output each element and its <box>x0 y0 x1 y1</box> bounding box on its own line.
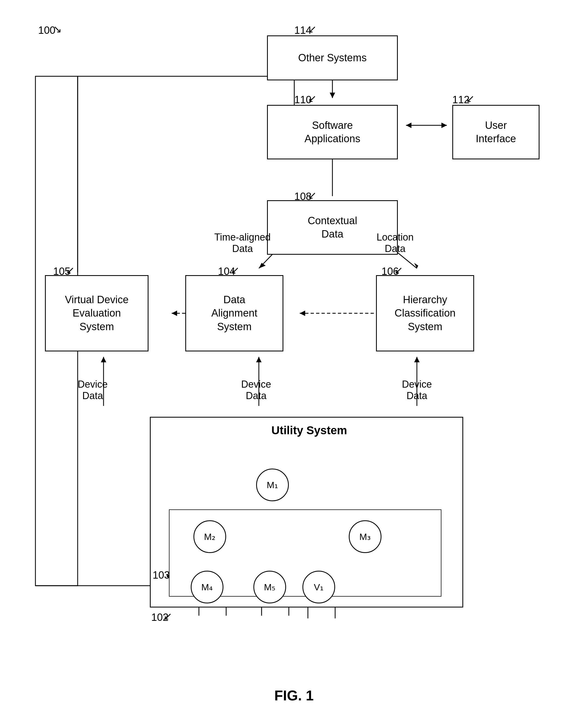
svg-marker-10 <box>259 263 266 268</box>
diagram-number-100: 100 <box>38 24 55 36</box>
svg-marker-5 <box>406 123 412 128</box>
virtual-device-box: Virtual DeviceEvaluationSystem <box>45 275 148 352</box>
hierarchy-classification-box: HierarchyClassificationSystem <box>376 275 474 352</box>
svg-marker-12 <box>414 263 418 268</box>
arrow-110: ↙ <box>308 92 317 105</box>
figure-label: FIG. 1 <box>274 687 314 704</box>
svg-marker-16 <box>300 311 305 316</box>
location-data-label: LocationData <box>365 232 425 254</box>
meter-m2: M₂ <box>193 520 226 553</box>
software-applications-box: SoftwareApplications <box>267 105 398 160</box>
device-data-right-label: DeviceData <box>390 379 444 402</box>
time-aligned-label: Time-alignedData <box>212 232 272 254</box>
svg-marker-27 <box>414 357 420 362</box>
meter-m1: M₁ <box>256 469 289 501</box>
meter-m3: M₃ <box>349 520 381 553</box>
data-alignment-box: DataAlignmentSystem <box>185 275 284 352</box>
arrow-112: ↙ <box>466 92 475 105</box>
arrow-105: ↙ <box>66 264 75 276</box>
arrow-100: ↘ <box>53 23 62 35</box>
meter-v1: V₁ <box>302 571 335 603</box>
arrow-102: ↙ <box>164 610 172 622</box>
meter-m5: M₅ <box>253 571 286 603</box>
arrow-114: ↙ <box>308 23 317 35</box>
arrow-108: ↙ <box>308 189 317 201</box>
svg-marker-14 <box>172 311 177 316</box>
device-data-left-label: DeviceData <box>65 379 120 402</box>
svg-marker-3 <box>330 92 335 98</box>
arrow-104: ↙ <box>231 264 239 276</box>
arrow-106: ↙ <box>394 264 403 276</box>
svg-marker-23 <box>101 357 106 362</box>
svg-marker-25 <box>256 357 261 362</box>
other-systems-box: Other Systems <box>267 36 398 80</box>
diagram-container: 100 ↘ 114 ↙ Other Systems 110 ↙ Software… <box>0 0 588 720</box>
user-interface-box: UserInterface <box>452 105 540 160</box>
device-data-mid-label: DeviceData <box>229 379 284 402</box>
meter-m4: M₄ <box>191 571 224 603</box>
svg-marker-6 <box>441 123 447 128</box>
